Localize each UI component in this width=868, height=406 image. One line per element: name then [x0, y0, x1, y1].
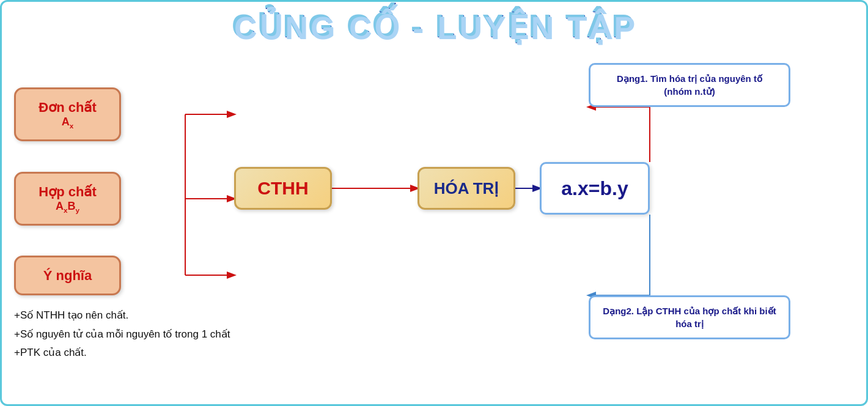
ynghia-label: Ý nghĩa	[43, 268, 92, 284]
main-container: CỦNG CỐ - LUYỆN TẬP	[0, 0, 868, 406]
dang2-box: Dạng2. Lập CTHH của hợp chất khi biết hó…	[589, 295, 790, 339]
cthh-box: CTHH	[234, 167, 332, 210]
cthh-label: CTHH	[257, 178, 308, 199]
hop-chat-formula: AxBy	[56, 200, 79, 214]
dang1-box: Dạng1. Tìm hóa trị của nguyên tố (nhóm n…	[589, 63, 790, 107]
desc-line2: +Số nguyên tử của mỗi nguyên tố trong 1 …	[14, 325, 230, 344]
formula-label: a.x=b.y	[561, 177, 628, 200]
desc-line3: +PTK của chất.	[14, 344, 230, 363]
hoatri-box: HÓA TRỊ	[417, 167, 515, 210]
page-title: CỦNG CỐ - LUYỆN TẬP	[2, 2, 866, 45]
hoatri-label: HÓA TRỊ	[434, 179, 499, 198]
dang1-text: Dạng1. Tìm hóa trị của nguyên tố (nhóm n…	[617, 72, 762, 98]
hop-chat-box: Hợp chất AxBy	[14, 172, 121, 226]
desc-line1: +Số NTHH tạo nên chất.	[14, 306, 230, 325]
ynghia-box: Ý nghĩa	[14, 256, 121, 295]
don-chat-box: Đơn chất Ax	[14, 87, 121, 141]
don-chat-label: Đơn chất	[39, 100, 96, 116]
description-block: +Số NTHH tạo nên chất. +Số nguyên tử của…	[14, 306, 230, 363]
don-chat-formula: Ax	[62, 116, 74, 130]
formula-box: a.x=b.y	[540, 162, 650, 215]
dang2-text: Dạng2. Lập CTHH của hợp chất khi biết hó…	[594, 304, 785, 330]
hop-chat-label: Hợp chất	[39, 184, 96, 200]
